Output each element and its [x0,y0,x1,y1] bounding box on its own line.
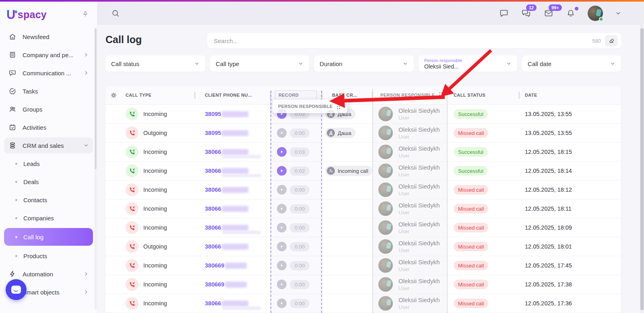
column-header-client-phone-nu[interactable]: CLIENT PHONE NU... [195,86,270,104]
comment-icon[interactable] [499,8,509,18]
phone-number-link[interactable]: 38066 [205,149,221,155]
call-status-cell: Missed call [448,218,519,237]
sidebar-item-call-log[interactable]: Call log [4,228,93,246]
record-cell: 0:00 [270,294,322,313]
sidebar-item-communication[interactable]: Communication ... [4,65,93,81]
mail-icon[interactable]: 99+ [543,8,554,18]
play-button[interactable] [277,223,287,232]
sidebar-item-newsfeed[interactable]: Newsfeed [4,29,93,45]
chats-icon[interactable]: 12 [521,8,531,18]
chevron-down-icon[interactable] [615,10,621,17]
clear-search-button[interactable] [605,35,618,46]
table-row[interactable]: Incoming3806690:00Oleksii SiedykhUserMis… [105,256,621,275]
play-button[interactable] [277,242,287,251]
date-cell: 12.05.2025, 18:12 [519,180,621,199]
table-row[interactable]: Incoming380660:00Oleksii SiedykhUserMiss… [105,218,621,237]
pin-sidebar-icon[interactable] [82,10,89,19]
play-button[interactable] [277,298,287,308]
sidebar-item-company-and-pe[interactable]: Company and pe... [4,47,93,63]
table-body: Incoming380950:03ДДашаOleksii SiedykhUse… [105,105,621,313]
table-row[interactable]: Incoming3806690:00Oleksii SiedykhUserMis… [105,275,621,294]
column-header-call-status[interactable]: CALL STATUS [448,86,519,104]
filter-duration[interactable]: Duration [314,56,414,72]
sidebar-scrollbar-thumb[interactable] [95,28,97,169]
user-avatar[interactable] [588,6,603,21]
person-responsible-cell: Oleksii SiedykhUser [372,294,448,313]
phone-number-link[interactable]: 38066 [205,187,221,193]
sidebar-item-crm-and-sales[interactable]: CRM and sales [4,137,93,153]
status-badge: Successful [454,166,488,176]
check-icon [8,87,17,95]
play-button[interactable] [277,128,287,138]
sidebar-item-leads[interactable]: Leads [4,155,93,172]
sidebar-item-contacts[interactable]: Contacts [4,192,93,208]
online-status-dot [599,17,603,21]
sidebar-item-tasks[interactable]: Tasks [4,83,93,99]
play-button[interactable] [277,147,287,157]
play-button[interactable] [277,261,287,270]
chats-badge: 12 [526,4,537,11]
table-row[interactable]: Outgoing380950:00ДДашаOleksii SiedykhUse… [105,124,621,143]
record-duration: 0:00 [290,223,310,232]
phone-number-link[interactable]: 38066 [205,243,221,250]
column-header-person-responsible[interactable]: PERSON RESPONSIBLE [372,86,448,104]
base-crm-chip[interactable]: Incoming call [325,166,372,176]
phone-number-link[interactable]: 38095 [205,111,221,117]
column-header-call-type[interactable]: CALL TYPE [122,86,195,104]
sidebar-item-activities[interactable]: Activities [4,119,93,135]
base-crm-cell [322,218,372,237]
record-duration: 0:00 [290,261,310,270]
chat-bubble-icon [11,286,21,294]
table-row[interactable]: Incoming380950:03ДДашаOleksii SiedykhUse… [105,105,621,124]
table-row[interactable]: Incoming380660:00Oleksii SiedykhUserMiss… [105,180,621,199]
base-crm-cell: Incoming call [322,162,372,180]
dragged-column-ghost[interactable]: PERSON RESPONSIBLE [272,99,347,113]
record-duration: 0:00 [290,299,310,308]
column-header-date[interactable]: DATE [519,86,621,104]
phone-blur-secondary [222,174,261,177]
sidebar-item-products[interactable]: Products [4,248,93,264]
play-button[interactable] [277,185,287,195]
filter-person-responsible[interactable]: Person responsibleOleksii Sied... [419,56,517,72]
filter-call-date[interactable]: Call date [522,56,621,72]
table-row[interactable]: Incoming380660:02Incoming callOleksii Si… [105,162,621,180]
phone-number-link[interactable]: 38066 [205,224,221,231]
search-icon[interactable] [111,9,120,18]
phone-number-link[interactable]: 380669 [205,262,224,269]
phone-number-link[interactable]: 38066 [205,205,221,212]
page-scrollbar-thumb[interactable] [640,28,644,310]
chevron-down-icon [298,61,303,66]
table-row[interactable]: Outgoing380660:00Oleksii SiedykhUserMiss… [105,237,621,256]
play-button[interactable] [277,166,287,176]
phone-number-link[interactable]: 38066 [205,300,221,307]
table-row[interactable]: Incoming380660:03Oleksii SiedykhUserSucc… [105,143,621,162]
filter-call-type[interactable]: Call type [210,56,309,72]
sidebar-item-companies[interactable]: Companies [4,210,93,226]
support-chat-fab[interactable] [6,279,27,300]
play-button[interactable] [277,280,287,289]
page-scrollbar-track[interactable] [640,2,644,313]
person-avatar [378,107,393,121]
sidebar-item-groups[interactable]: Groups [4,101,93,117]
people-icon [8,105,17,113]
base-crm-chip[interactable]: ДДаша [325,128,355,138]
record-cell: 0:00 [270,275,322,294]
sidebar-item-deals[interactable]: Deals [4,174,93,190]
person-name: Oleksii Siedykh [398,126,440,133]
phone-number-link[interactable]: 380669 [205,281,224,288]
main-content: Call log 580 Call statusCall typeDuratio… [97,25,644,313]
uspacy-logo[interactable]: Uspacy [6,8,47,22]
search-input[interactable] [214,37,592,44]
phone-blur [222,301,248,307]
table-settings-button[interactable] [105,86,122,104]
call-status-cell: Missed call [448,237,519,256]
drag-handle-icon[interactable] [439,92,443,98]
filter-call-status[interactable]: Call status [105,56,205,72]
phone-number-link[interactable]: 38095 [205,130,221,136]
table-row[interactable]: Incoming380660:00Oleksii SiedykhUserMiss… [105,199,621,218]
phone-blur [222,168,248,174]
phone-number-link[interactable]: 38066 [205,168,221,174]
bell-icon[interactable] [566,8,576,18]
play-button[interactable] [277,204,287,214]
table-row[interactable]: Incoming380660:00Oleksii SiedykhUserMiss… [105,294,621,313]
